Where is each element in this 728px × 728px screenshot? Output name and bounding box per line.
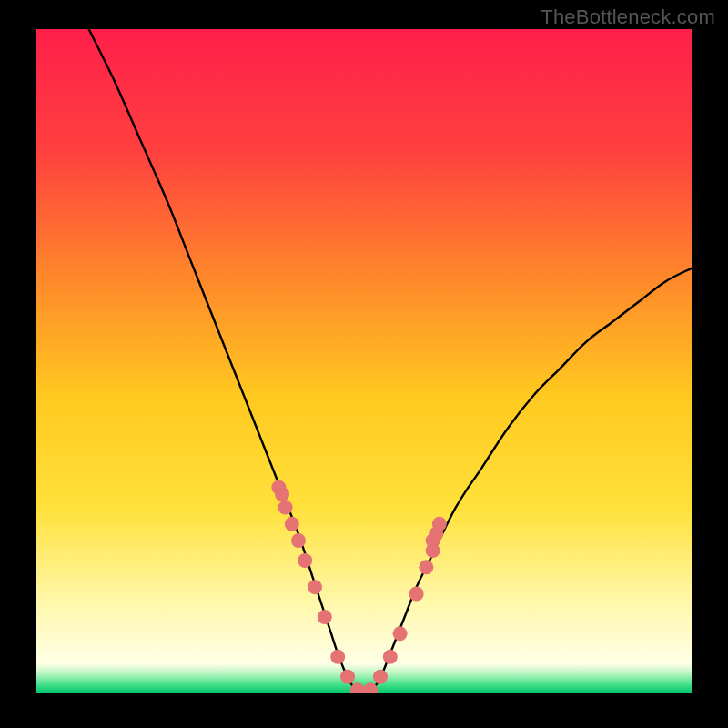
data-marker <box>419 560 433 574</box>
data-marker <box>373 670 388 684</box>
data-marker <box>291 533 306 548</box>
data-marker <box>278 500 293 515</box>
data-marker <box>340 670 355 684</box>
data-marker <box>383 650 398 664</box>
data-marker <box>393 626 408 641</box>
data-marker <box>275 487 289 501</box>
data-marker <box>285 517 299 531</box>
data-marker <box>308 580 322 594</box>
plot-area <box>36 29 692 693</box>
chart-svg <box>36 29 692 693</box>
chart-frame: TheBottleneck.com <box>0 0 728 728</box>
data-marker <box>410 587 424 602</box>
data-marker <box>298 553 312 568</box>
data-marker <box>432 517 447 531</box>
watermark-text: TheBottleneck.com <box>541 5 715 29</box>
data-marker <box>330 650 345 664</box>
data-marker <box>318 610 332 624</box>
